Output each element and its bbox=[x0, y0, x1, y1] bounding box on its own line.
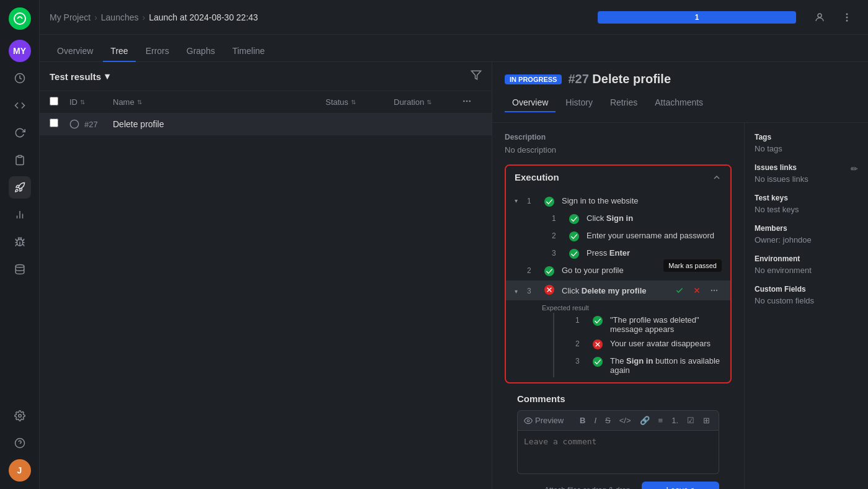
step-1-3-icon bbox=[569, 249, 582, 261]
detail-tab-history[interactable]: History bbox=[558, 94, 600, 112]
strikethrough-button[interactable]: S bbox=[603, 415, 613, 426]
exp-1-text: "The profile was deleted" message appear… bbox=[610, 315, 722, 334]
mark-check-button[interactable] bbox=[672, 283, 687, 298]
detail-tab-attachments[interactable]: Attachments bbox=[647, 94, 711, 112]
code-icon[interactable] bbox=[9, 94, 31, 117]
detail-name: Delete profile bbox=[592, 72, 671, 86]
refresh-icon[interactable] bbox=[9, 122, 31, 144]
settings-icon[interactable] bbox=[9, 405, 31, 427]
svg-point-7 bbox=[18, 415, 21, 418]
step-1-check-icon bbox=[544, 197, 557, 209]
exp-2-text: Your user avatar disappears bbox=[610, 339, 722, 348]
row-name: Delete profile bbox=[113, 119, 482, 129]
environment-value: No environment bbox=[755, 266, 858, 275]
content-area: Test results ▾ ID ⇅ Name ⇅ bbox=[40, 62, 868, 489]
comment-textarea[interactable] bbox=[517, 431, 719, 474]
step-3-actions bbox=[672, 283, 722, 298]
issues-edit-icon[interactable]: ✏ bbox=[851, 164, 858, 174]
tab-errors[interactable]: Errors bbox=[138, 41, 177, 62]
table-row[interactable]: #27 Delete profile bbox=[40, 114, 492, 135]
col-duration[interactable]: Duration ⇅ bbox=[394, 97, 462, 107]
nav-tabs: Overview Tree Errors Graphs Timeline bbox=[40, 35, 868, 62]
checklist-button[interactable]: ☑ bbox=[684, 415, 697, 426]
col-status[interactable]: Status ⇅ bbox=[326, 97, 394, 107]
submit-comment-button[interactable]: Leave a comment bbox=[642, 482, 719, 489]
chart-icon[interactable] bbox=[9, 204, 31, 226]
database-icon[interactable] bbox=[9, 258, 31, 280]
step-3-icon bbox=[544, 285, 557, 297]
detail-content: Description No description Execution ▾ bbox=[492, 123, 868, 489]
svg-point-31 bbox=[717, 290, 717, 290]
tab-graphs[interactable]: Graphs bbox=[179, 41, 223, 62]
table-button[interactable]: ⊞ bbox=[701, 415, 712, 426]
expected-result-label: Expected result bbox=[506, 300, 730, 313]
tab-overview[interactable]: Overview bbox=[50, 41, 100, 62]
step-1-2: ▾ 2 Enter your username and password bbox=[531, 228, 730, 246]
detail-tab-retries[interactable]: Retries bbox=[603, 94, 645, 112]
detail-title: #27 Delete profile bbox=[568, 72, 671, 86]
attach-text: Attach files or drag & drop them bbox=[544, 486, 642, 489]
user-avatar[interactable]: J bbox=[9, 459, 31, 482]
execution-box: Execution ▾ 1 Sign in to th bbox=[505, 164, 732, 384]
breadcrumb-current: Launch at 2024-08-30 22:43 bbox=[149, 12, 258, 22]
exp-3-text: The Sign in button is available again bbox=[610, 356, 722, 375]
status-badge: IN PROGRESS bbox=[505, 74, 562, 84]
step-3: ▾ 3 Click Delete my profile bbox=[506, 280, 730, 300]
bug-icon[interactable] bbox=[9, 231, 31, 253]
project-avatar[interactable]: MY bbox=[9, 40, 31, 62]
col-id[interactable]: ID ⇅ bbox=[69, 97, 113, 107]
bold-button[interactable]: B bbox=[577, 415, 588, 426]
breadcrumb-sep-1: › bbox=[94, 12, 97, 22]
exp-3-icon bbox=[593, 357, 605, 369]
test-keys-section: Test keys No test keys bbox=[755, 194, 858, 214]
svg-point-16 bbox=[466, 101, 467, 101]
mark-x-button[interactable] bbox=[689, 283, 704, 298]
ordered-list-button[interactable]: 1. bbox=[669, 415, 681, 426]
test-results-title[interactable]: Test results ▾ bbox=[50, 71, 110, 82]
select-all-checkbox[interactable] bbox=[50, 97, 58, 105]
step-1-toggle[interactable]: ▾ bbox=[515, 197, 525, 204]
col-name[interactable]: Name ⇅ bbox=[113, 97, 326, 107]
breadcrumb-launches[interactable]: Launches bbox=[101, 12, 139, 22]
code-button[interactable]: </> bbox=[617, 415, 634, 426]
exp-2-icon bbox=[593, 339, 605, 351]
id-sort-icon: ⇅ bbox=[80, 99, 85, 105]
preview-icon[interactable]: Preview bbox=[524, 416, 564, 425]
tags-label: Tags bbox=[755, 133, 858, 141]
help-icon[interactable] bbox=[9, 432, 31, 454]
row-checkbox[interactable] bbox=[50, 119, 69, 130]
execution-body: ▾ 1 Sign in to the website ▾ bbox=[506, 189, 730, 382]
link-button[interactable]: 🔗 bbox=[637, 415, 652, 426]
row-id: #27 bbox=[84, 120, 113, 129]
mark-passed-tooltip: Mark as passed bbox=[663, 259, 722, 272]
detail-sidebar: Tags No tags Issues links ✏ No issues li… bbox=[744, 123, 868, 489]
tab-timeline[interactable]: Timeline bbox=[225, 41, 272, 62]
expected-1: ▾ 1 "The profile was deleted" message ap… bbox=[554, 313, 730, 336]
svg-point-15 bbox=[464, 101, 464, 101]
execution-title: Execution bbox=[515, 172, 559, 182]
row-select-checkbox[interactable] bbox=[50, 119, 58, 127]
clipboard-icon[interactable] bbox=[9, 149, 31, 171]
breadcrumb-project[interactable]: My Project bbox=[50, 12, 91, 22]
expected-2: ▾ 2 Your user avatar disappears bbox=[554, 336, 730, 354]
preview-label: Preview bbox=[535, 416, 564, 425]
dashboard-icon[interactable] bbox=[9, 67, 31, 89]
svg-marker-14 bbox=[472, 71, 481, 79]
filter-icon[interactable] bbox=[471, 70, 482, 83]
more-actions-button[interactable] bbox=[707, 283, 722, 298]
step-1-2-icon bbox=[569, 231, 582, 243]
italic-button[interactable]: I bbox=[591, 415, 599, 426]
rocket-icon[interactable] bbox=[9, 176, 31, 199]
detail-tab-overview[interactable]: Overview bbox=[505, 94, 556, 112]
avatar-circle-icon[interactable] bbox=[808, 6, 831, 29]
tab-tree[interactable]: Tree bbox=[103, 41, 135, 62]
comment-footer: Attach files or drag & drop them Leave a… bbox=[517, 482, 719, 489]
issues-section: Issues links ✏ No issues links bbox=[755, 163, 858, 184]
unordered-list-button[interactable]: ≡ bbox=[656, 415, 666, 426]
step-3-num: 3 bbox=[527, 287, 539, 295]
step-3-toggle[interactable]: ▾ bbox=[515, 288, 525, 295]
execution-header[interactable]: Execution bbox=[506, 166, 730, 189]
step-1-text: Sign in to the website bbox=[562, 196, 722, 205]
more-options-icon[interactable] bbox=[836, 6, 858, 29]
step-1-1: ▾ 1 Click Sign in bbox=[531, 211, 730, 228]
